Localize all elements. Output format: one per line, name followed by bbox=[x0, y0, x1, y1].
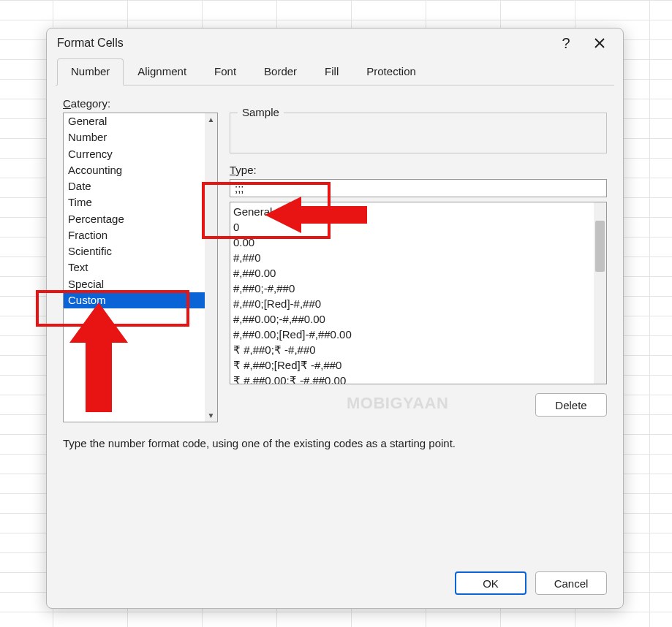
tab-protection[interactable]: Protection bbox=[352, 58, 430, 86]
close-button[interactable] bbox=[586, 32, 613, 54]
close-icon bbox=[594, 38, 605, 48]
type-input[interactable] bbox=[230, 179, 607, 197]
delete-button[interactable]: Delete bbox=[535, 393, 607, 417]
sample-fieldset: Sample bbox=[230, 113, 607, 153]
format-scrollbar[interactable] bbox=[594, 202, 606, 384]
format-item[interactable]: 0 bbox=[233, 219, 591, 235]
scroll-down-icon[interactable]: ▼ bbox=[205, 409, 217, 422]
tab-number[interactable]: Number bbox=[57, 58, 124, 86]
format-item[interactable]: General bbox=[233, 204, 591, 219]
hint-text: Type the number format code, using one o… bbox=[63, 437, 607, 449]
format-listbox[interactable]: General00.00#,##0#,##0.00#,##0;-#,##0#,#… bbox=[230, 202, 607, 384]
category-item[interactable]: Special bbox=[64, 276, 205, 292]
format-item[interactable]: ₹ #,##0;[Red]₹ -#,##0 bbox=[233, 357, 591, 373]
category-item[interactable]: Scientific bbox=[64, 243, 205, 259]
format-item[interactable]: #,##0;-#,##0 bbox=[233, 281, 591, 296]
category-item[interactable]: Text bbox=[64, 259, 205, 276]
format-item[interactable]: #,##0;[Red]-#,##0 bbox=[233, 296, 591, 311]
dialog-title: Format Cells bbox=[57, 37, 545, 50]
format-cells-dialog: Format Cells ? Number Alignment Font Bor… bbox=[46, 28, 624, 609]
category-item[interactable]: Custom bbox=[64, 292, 205, 308]
tab-alignment[interactable]: Alignment bbox=[124, 58, 200, 86]
delete-label: Delete bbox=[555, 399, 586, 411]
sample-label: Sample bbox=[238, 106, 284, 118]
category-item[interactable]: Date bbox=[64, 178, 205, 194]
format-item[interactable]: #,##0.00 bbox=[233, 265, 591, 281]
type-label: Type: bbox=[230, 164, 607, 176]
category-item[interactable]: Currency bbox=[64, 146, 205, 162]
dialog-buttons: OK Cancel bbox=[47, 569, 623, 608]
help-button[interactable]: ? bbox=[553, 32, 579, 54]
category-item[interactable]: Number bbox=[64, 129, 205, 145]
category-item[interactable]: Accounting bbox=[64, 162, 205, 178]
category-scrollbar[interactable]: ▲ ▼ bbox=[205, 113, 217, 422]
category-item[interactable]: General bbox=[64, 113, 205, 129]
tab-border[interactable]: Border bbox=[250, 58, 311, 86]
tab-fill[interactable]: Fill bbox=[311, 58, 352, 86]
tab-font[interactable]: Font bbox=[200, 58, 250, 86]
dialog-titlebar: Format Cells ? bbox=[47, 28, 623, 58]
dialog-body: Category: GeneralNumberCurrencyAccountin… bbox=[47, 86, 623, 569]
scroll-up-icon[interactable]: ▲ bbox=[205, 113, 217, 126]
category-item[interactable]: Fraction bbox=[64, 227, 205, 243]
format-item[interactable]: #,##0.00;-#,##0.00 bbox=[233, 311, 591, 327]
category-item[interactable]: Time bbox=[64, 194, 205, 210]
ok-button[interactable]: OK bbox=[455, 571, 526, 595]
category-label: Category: bbox=[63, 97, 607, 110]
category-listbox[interactable]: GeneralNumberCurrencyAccountingDateTimeP… bbox=[63, 113, 218, 422]
category-item[interactable]: Percentage bbox=[64, 211, 205, 227]
scroll-thumb[interactable] bbox=[595, 221, 605, 272]
format-item[interactable]: 0.00 bbox=[233, 235, 591, 250]
tabs: Number Alignment Font Border Fill Protec… bbox=[47, 58, 623, 86]
format-item[interactable]: #,##0.00;[Red]-#,##0.00 bbox=[233, 327, 591, 342]
format-item[interactable]: ₹ #,##0;₹ -#,##0 bbox=[233, 342, 591, 357]
cancel-button[interactable]: Cancel bbox=[535, 571, 607, 595]
format-item[interactable]: #,##0 bbox=[233, 250, 591, 265]
format-item[interactable]: ₹ #,##0.00;₹ -#,##0.00 bbox=[233, 373, 591, 384]
